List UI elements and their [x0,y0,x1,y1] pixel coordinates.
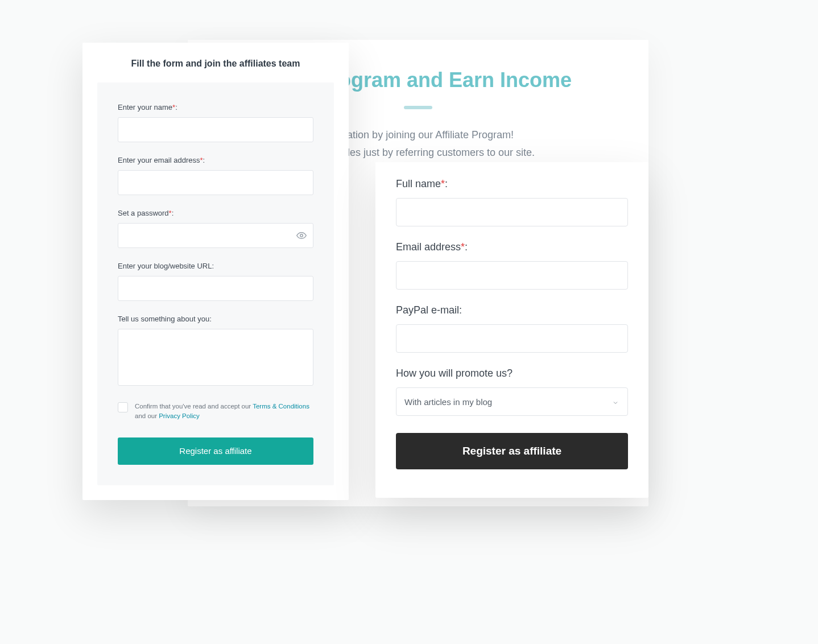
email-input[interactable] [118,170,313,195]
affiliate-signup-card-left: Fill the form and join the affiliates te… [82,43,349,500]
password-field-group: Set a password*: [118,209,313,248]
required-asterisk: * [441,178,445,189]
about-label: Tell us something about you: [118,315,313,323]
fullname-input[interactable] [396,198,628,226]
email-label: Enter your email address*: [118,156,313,164]
password-label: Set a password*: [118,209,313,217]
left-form-wrapper: Enter your name*: Enter your email addre… [97,82,334,485]
paypal-field-group: PayPal e-mail: [396,304,628,353]
required-asterisk: * [169,209,172,217]
consent-row: Confirm that you've read and accept our … [118,402,313,422]
promote-select[interactable]: With articles in my blog [396,387,628,416]
name-field-group: Enter your name*: [118,103,313,142]
eye-icon[interactable] [296,230,307,241]
promote-label: How you will promote us? [396,368,628,379]
email-field-group: Enter your email address*: [118,156,313,195]
promote-field-group: How you will promote us? With articles i… [396,368,628,416]
url-input[interactable] [118,276,313,301]
url-field-group: Enter your blog/website URL: [118,262,313,301]
fullname-label: Full name*: [396,178,628,190]
register-button-teal[interactable]: Register as affiliate [118,437,313,465]
url-label: Enter your blog/website URL: [118,262,313,270]
register-button-dark[interactable]: Register as affiliate [396,433,628,469]
consent-checkbox[interactable] [118,402,128,412]
paypal-input[interactable] [396,324,628,353]
svg-point-0 [300,234,303,237]
name-input[interactable] [118,117,313,142]
title-divider [404,106,432,109]
fullname-field-group: Full name*: [396,178,628,226]
required-asterisk: * [200,156,203,164]
about-textarea[interactable] [118,329,313,386]
required-asterisk: * [461,241,465,253]
email-field-group-right: Email address*: [396,241,628,290]
paypal-label: PayPal e-mail: [396,304,628,316]
privacy-link[interactable]: Privacy Policy [159,412,200,419]
required-asterisk: * [172,103,175,112]
left-form-title: Fill the form and join the affiliates te… [82,43,349,82]
email-label-right: Email address*: [396,241,628,253]
email-input-right[interactable] [396,261,628,290]
password-input[interactable] [118,223,313,248]
consent-text: Confirm that you've read and accept our … [135,402,313,422]
about-field-group: Tell us something about you: [118,315,313,388]
name-label: Enter your name*: [118,103,313,112]
terms-link[interactable]: Terms & Conditions [253,403,309,410]
affiliate-signup-card-right: Full name*: Email address*: PayPal e-mai… [375,162,648,498]
